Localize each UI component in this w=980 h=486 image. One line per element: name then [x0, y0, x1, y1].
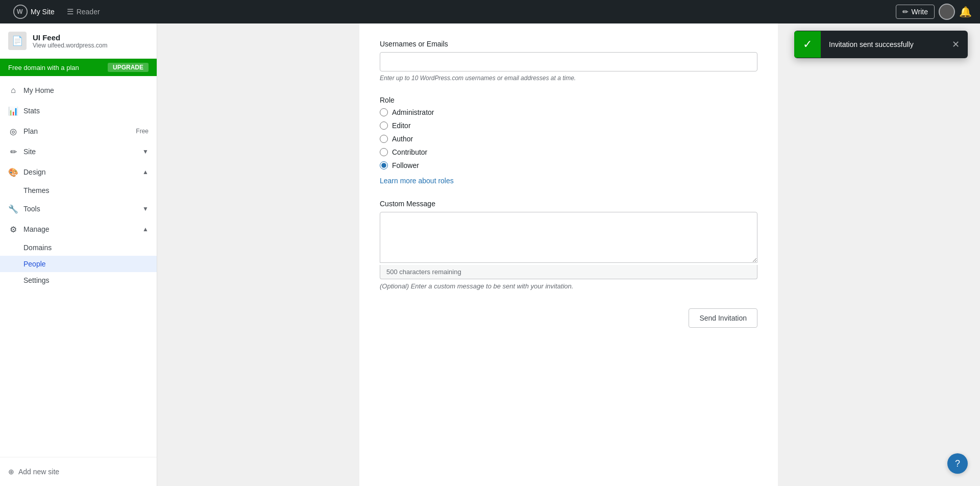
- role-option-administrator[interactable]: Administrator: [380, 108, 757, 116]
- custom-message-section: Custom Message 500 characters remaining …: [380, 200, 757, 290]
- role-option-author[interactable]: Author: [380, 135, 757, 143]
- role-label: Role: [380, 96, 757, 104]
- design-submenu: Themes: [0, 182, 157, 199]
- manage-submenu: Domains People Settings: [0, 239, 157, 288]
- form-actions: Send Invitation: [380, 304, 757, 328]
- reader-label: Reader: [77, 8, 100, 16]
- home-icon: ⌂: [8, 85, 18, 95]
- design-icon: 🎨: [8, 167, 18, 177]
- toast-close-button[interactable]: ✕: [944, 31, 968, 58]
- wordpress-logo-icon: W: [13, 5, 28, 19]
- tools-chevron-icon: ▼: [142, 205, 149, 212]
- custom-message-label: Custom Message: [380, 200, 757, 208]
- role-option-follower[interactable]: Follower: [380, 161, 757, 169]
- sidebar-item-stats-label: Stats: [23, 107, 40, 115]
- manage-icon: ⚙: [8, 224, 18, 234]
- stats-icon: 📊: [8, 106, 18, 116]
- upgrade-banner[interactable]: Free domain with a plan UPGRADE: [0, 59, 157, 76]
- reader-icon: ☰: [67, 7, 74, 16]
- site-icon: 📄: [8, 32, 27, 50]
- learn-more-link[interactable]: Learn more about roles: [380, 177, 454, 185]
- role-option-contributor[interactable]: Contributor: [380, 148, 757, 156]
- sidebar-item-manage-label: Manage: [23, 225, 50, 233]
- sidebar-footer: ⊕ Add new site: [0, 457, 157, 486]
- user-avatar[interactable]: [939, 4, 955, 20]
- site-info: 📄 UI Feed View uifeed.wordpress.com: [0, 23, 157, 59]
- sidebar-sub-item-themes[interactable]: Themes: [0, 182, 157, 199]
- sidebar-sub-item-people[interactable]: People: [0, 256, 157, 272]
- role-label-editor: Editor: [392, 121, 411, 130]
- custom-message-textarea[interactable]: [380, 212, 757, 263]
- site-name: UI Feed: [33, 33, 108, 42]
- sidebar-item-design-label: Design: [23, 168, 46, 176]
- top-nav: W My Site ☰ Reader ✏ Write 🔔: [0, 0, 980, 23]
- write-button[interactable]: ✏ Write: [896, 5, 935, 19]
- upgrade-text: Free domain with a plan: [8, 64, 79, 71]
- themes-label: Themes: [23, 186, 50, 195]
- role-radio-editor[interactable]: [380, 121, 388, 130]
- usernames-hint: Enter up to 10 WordPress.com usernames o…: [380, 75, 757, 82]
- send-invitation-button[interactable]: Send Invitation: [689, 308, 757, 328]
- sidebar-sub-item-domains[interactable]: Domains: [0, 239, 157, 256]
- role-label-administrator: Administrator: [392, 108, 434, 116]
- add-new-site-button[interactable]: ⊕ Add new site: [8, 464, 149, 480]
- people-label: People: [23, 260, 46, 268]
- sidebar-item-design[interactable]: 🎨 Design ▲: [0, 162, 157, 182]
- site-chevron-icon: ▼: [142, 148, 149, 155]
- domains-label: Domains: [23, 244, 52, 252]
- add-site-label: Add new site: [18, 468, 59, 476]
- sidebar-item-tools-label: Tools: [23, 205, 40, 213]
- sidebar-item-my-home-label: My Home: [23, 86, 54, 94]
- toast-notification: ✓ Invitation sent successfully ✕: [794, 31, 968, 58]
- plan-icon: ◎: [8, 126, 18, 136]
- sidebar-item-my-home[interactable]: ⌂ My Home: [0, 80, 157, 101]
- sidebar-item-site[interactable]: ✏ Site ▼: [0, 141, 157, 162]
- toast-container: ✓ Invitation sent successfully ✕: [794, 31, 968, 58]
- tools-icon: 🔧: [8, 204, 18, 214]
- my-site-nav[interactable]: W My Site: [8, 2, 60, 22]
- usernames-input[interactable]: [380, 52, 757, 71]
- role-option-editor[interactable]: Editor: [380, 121, 757, 130]
- usernames-section: Usernames or Emails Enter up to 10 WordP…: [380, 40, 757, 82]
- char-counter: 500 characters remaining: [380, 265, 757, 279]
- help-button[interactable]: ?: [947, 453, 968, 474]
- notifications-icon[interactable]: 🔔: [959, 6, 972, 18]
- role-radio-author[interactable]: [380, 135, 388, 143]
- top-nav-right: ✏ Write 🔔: [896, 4, 972, 20]
- main-content: Usernames or Emails Enter up to 10 WordP…: [157, 23, 980, 486]
- settings-label: Settings: [23, 276, 50, 284]
- content-panel: Usernames or Emails Enter up to 10 WordP…: [359, 23, 778, 486]
- top-nav-left: W My Site ☰ Reader: [8, 2, 894, 22]
- usernames-label: Usernames or Emails: [380, 40, 757, 48]
- optional-hint: (Optional) Enter a custom message to be …: [380, 282, 757, 290]
- sidebar-navigation: ⌂ My Home 📊 Stats ◎ Plan Free: [0, 76, 157, 457]
- plan-badge: Free: [136, 128, 149, 135]
- sidebar-item-site-label: Site: [23, 148, 36, 156]
- role-label-contributor: Contributor: [392, 148, 427, 156]
- role-radio-follower[interactable]: [380, 161, 388, 169]
- write-label: Write: [912, 8, 928, 16]
- reader-nav[interactable]: ☰ Reader: [62, 4, 105, 19]
- sidebar-item-manage[interactable]: ⚙ Manage ▲: [0, 219, 157, 239]
- sidebar-sub-item-settings[interactable]: Settings: [0, 272, 157, 288]
- sidebar: 📄 UI Feed View uifeed.wordpress.com Free…: [0, 23, 157, 486]
- toast-message: Invitation sent successfully: [821, 40, 944, 48]
- checkmark-icon: ✓: [803, 38, 812, 51]
- role-section: Role Administrator Editor Author Contrib…: [380, 96, 757, 185]
- my-site-label: My Site: [31, 8, 55, 16]
- sidebar-item-plan[interactable]: ◎ Plan Free: [0, 121, 157, 141]
- upgrade-button[interactable]: UPGRADE: [108, 63, 149, 72]
- role-radio-contributor[interactable]: [380, 148, 388, 156]
- sidebar-item-tools[interactable]: 🔧 Tools ▼: [0, 199, 157, 219]
- sidebar-item-stats[interactable]: 📊 Stats: [0, 101, 157, 121]
- role-label-author: Author: [392, 135, 413, 143]
- main-layout: 📄 UI Feed View uifeed.wordpress.com Free…: [0, 23, 980, 486]
- svg-text:W: W: [17, 8, 23, 15]
- manage-chevron-icon: ▲: [142, 226, 149, 233]
- role-radio-administrator[interactable]: [380, 108, 388, 116]
- site-nav-icon: ✏: [8, 147, 18, 157]
- site-url[interactable]: View uifeed.wordpress.com: [33, 42, 108, 49]
- site-details: UI Feed View uifeed.wordpress.com: [33, 33, 108, 49]
- role-label-follower: Follower: [392, 161, 419, 169]
- sidebar-item-plan-label: Plan: [23, 127, 38, 135]
